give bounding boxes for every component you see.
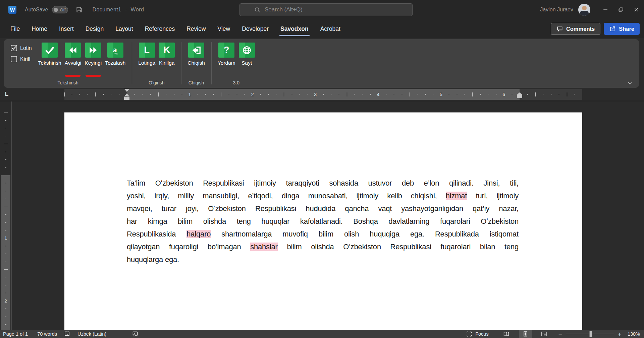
ribbon-button-keyingi[interactable]: Keyingi bbox=[83, 43, 103, 66]
checkbox-lotin[interactable]: Lotin bbox=[11, 45, 32, 51]
ruler-tick bbox=[174, 94, 174, 95]
ruler-number: 1 bbox=[4, 235, 7, 241]
horizontal-ruler[interactable]: 123456 bbox=[64, 89, 582, 100]
ribbon-button-tekshirish[interactable]: Tekshirish bbox=[37, 43, 63, 66]
autosave-state: Off bbox=[60, 7, 65, 12]
ribbon-button-label: Keyingi bbox=[85, 60, 102, 66]
ruler-tick bbox=[119, 94, 119, 95]
web-layout-icon bbox=[540, 331, 547, 338]
zoom-slider-thumb[interactable] bbox=[589, 331, 592, 337]
tab-stop-selector[interactable]: L bbox=[3, 90, 10, 98]
ruler-tick bbox=[300, 94, 300, 95]
ribbon-group-label: Tekshirish bbox=[4, 80, 132, 85]
ruler-number: 2 bbox=[251, 92, 254, 97]
ribbon-button-avvalgi[interactable]: Avvalgi bbox=[63, 43, 83, 66]
ribbon-button-yordam[interactable]: ?Yordam bbox=[216, 43, 237, 66]
ruler-tick bbox=[331, 94, 331, 95]
zoom-level[interactable]: 130% bbox=[628, 331, 640, 337]
tab-insert[interactable]: Insert bbox=[59, 24, 74, 33]
ruler-tick bbox=[5, 214, 6, 215]
document-page[interactable]: Ta’lim Oʻzbekiston Respublikasi ijtimoiy… bbox=[64, 112, 582, 330]
first-line-indent-marker[interactable] bbox=[124, 89, 129, 92]
tab-references[interactable]: References bbox=[145, 24, 175, 33]
macro-record-icon[interactable] bbox=[132, 331, 139, 337]
collapse-ribbon-chevron-icon[interactable] bbox=[626, 80, 634, 86]
ribbon-tabs: FileHomeInsertDesignLayoutReferencesRevi… bbox=[10, 24, 341, 33]
language-indicator[interactable]: Uzbek (Latin) bbox=[77, 331, 106, 337]
zoom-out-button[interactable]: − bbox=[558, 331, 562, 337]
ruler-tick bbox=[386, 94, 386, 95]
tab-acrobat[interactable]: Acrobat bbox=[320, 24, 341, 33]
search-input[interactable]: Search (Alt+Q) bbox=[239, 3, 413, 16]
restore-button[interactable] bbox=[613, 0, 629, 19]
focus-button[interactable]: Focus bbox=[466, 331, 489, 337]
ribbon-button-lotinga[interactable]: LLotinga bbox=[137, 43, 157, 66]
ribbon-group-label: O’girish bbox=[132, 80, 181, 85]
ribbon-button-tozalash[interactable]: aTozalash bbox=[103, 43, 127, 66]
comments-button[interactable]: Comments bbox=[551, 23, 600, 35]
tab-design[interactable]: Design bbox=[85, 24, 104, 33]
tab-layout[interactable]: Layout bbox=[115, 24, 133, 33]
ribbon-button-label: Avvalgi bbox=[65, 60, 82, 66]
close-button[interactable] bbox=[629, 0, 644, 19]
user-name: Javlon Juraev bbox=[540, 7, 573, 13]
checkbox-kirill[interactable]: Kirill bbox=[11, 56, 32, 62]
left-indent-marker[interactable] bbox=[124, 97, 129, 100]
ribbon-button-chiqish[interactable]: Chiqish bbox=[186, 43, 207, 66]
share-label: Share bbox=[619, 26, 634, 32]
word-app-icon[interactable]: W bbox=[8, 6, 16, 14]
tab-home[interactable]: Home bbox=[31, 24, 48, 33]
highlighted-word: hizmat bbox=[446, 192, 467, 200]
page-indicator[interactable]: Page 1 of 1 bbox=[3, 331, 28, 337]
word-count[interactable]: 70 words bbox=[37, 331, 57, 337]
text-segment: qilayotgan fuqaroligi boʻlmagan bbox=[127, 243, 250, 251]
save-icon[interactable] bbox=[75, 6, 83, 13]
tab-developer[interactable]: Developer bbox=[241, 24, 269, 33]
document-line: Respublikasida halqaro shartnomalarga mu… bbox=[127, 228, 519, 241]
ribbon-button-kirillga[interactable]: KKirillga bbox=[157, 43, 176, 66]
print-layout-button[interactable] bbox=[519, 330, 532, 338]
ruler-tick bbox=[5, 246, 6, 246]
tab-savodxon[interactable]: Savodxon bbox=[280, 24, 309, 33]
exit-icon bbox=[188, 43, 204, 58]
ruler-tick bbox=[575, 94, 575, 95]
document-line: mavqei, turar joyi, Oʻzbekiston Respubli… bbox=[127, 202, 519, 215]
comment-icon bbox=[556, 25, 563, 32]
tab-file[interactable]: File bbox=[10, 24, 20, 33]
tab-view[interactable]: View bbox=[217, 24, 231, 33]
vertical-ruler[interactable]: 12 bbox=[0, 102, 11, 330]
document-line: har kimga bilim olishda teng huquqlar ka… bbox=[127, 215, 519, 228]
text-segment: Ta’lim Oʻzbekiston Respublikasi ijtimoiy… bbox=[127, 179, 519, 187]
ruler-tick bbox=[410, 92, 410, 96]
document-text: Ta’lim Oʻzbekiston Respublikasi ijtimoiy… bbox=[127, 177, 519, 266]
ruler-tick bbox=[221, 92, 221, 96]
ribbon-group-chiqish: ChiqishChiqish bbox=[181, 39, 211, 88]
ruler-tick bbox=[5, 309, 6, 309]
highlighted-word: halqaro bbox=[186, 230, 211, 238]
ruler-tick bbox=[5, 183, 6, 183]
zoom-slider[interactable] bbox=[566, 334, 614, 334]
ribbon-button-label: Tozalash bbox=[105, 60, 125, 66]
ruler-tick bbox=[480, 94, 481, 95]
rewind-icon bbox=[65, 43, 81, 58]
share-button[interactable]: Share bbox=[604, 23, 640, 35]
hanging-indent-marker[interactable] bbox=[124, 93, 129, 96]
menu-bar: FileHomeInsertDesignLayoutReferencesRevi… bbox=[0, 19, 644, 38]
proofing-status-icon[interactable] bbox=[64, 331, 70, 337]
right-indent-marker[interactable] bbox=[517, 95, 522, 98]
read-mode-button[interactable] bbox=[500, 330, 513, 338]
ribbon-button-label: Lotinga bbox=[138, 60, 155, 66]
zoom-in-button[interactable]: + bbox=[618, 331, 622, 337]
autosave-toggle[interactable]: Off bbox=[52, 6, 68, 13]
tab-review[interactable]: Review bbox=[186, 24, 206, 33]
ruler-tick bbox=[229, 94, 229, 95]
ruler-tick bbox=[488, 94, 488, 95]
ruler-tick bbox=[465, 94, 465, 95]
ruler-tick bbox=[520, 94, 520, 95]
user-avatar[interactable] bbox=[578, 4, 590, 16]
ribbon-button-sayt[interactable]: Sayt bbox=[237, 43, 257, 66]
web-layout-button[interactable] bbox=[538, 330, 550, 338]
ruler-tick bbox=[276, 94, 276, 95]
minimize-button[interactable] bbox=[598, 0, 613, 19]
focus-icon bbox=[466, 331, 473, 337]
